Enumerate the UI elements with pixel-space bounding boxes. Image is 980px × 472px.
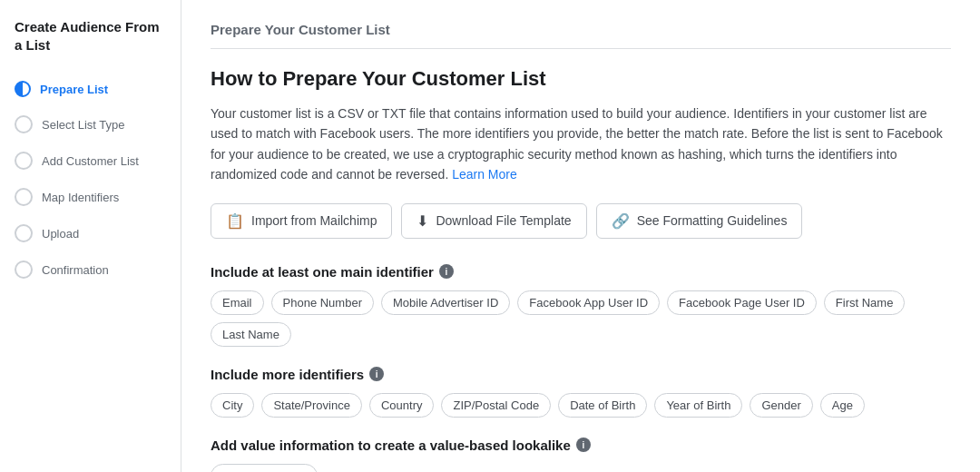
sidebar-item-upload[interactable]: Upload (0, 215, 181, 251)
main-identifiers-section: Include at least one main identifier i E… (211, 264, 951, 347)
tag-last-name: Last Name (211, 322, 291, 347)
sidebar-item-add-customer-list[interactable]: Add Customer List (0, 143, 181, 179)
sidebar-item-map-identifiers[interactable]: Map Identifiers (0, 179, 181, 215)
more-identifiers-heading-text: Include more identifiers (211, 367, 364, 382)
sidebar-title: Create Audience From a List (0, 18, 181, 72)
value-info-tags: Customer Value (211, 464, 951, 472)
main-identifiers-heading-text: Include at least one main identifier (211, 264, 434, 280)
more-identifiers-heading: Include more identifiers i (211, 367, 951, 382)
sidebar-item-label: Add Customer List (42, 154, 139, 168)
formatting-guidelines-label: See Formatting Guidelines (637, 213, 788, 228)
step-circle-2 (15, 115, 33, 133)
main-content: Prepare Your Customer List How to Prepar… (181, 0, 980, 472)
tag-gender: Gender (750, 393, 812, 418)
sidebar-item-prepare-list[interactable]: Prepare List (0, 72, 181, 106)
tag-customer-value: Customer Value (211, 464, 318, 472)
link-icon: 🔗 (612, 212, 630, 230)
download-template-button[interactable]: ⬇ Download File Template (401, 203, 586, 239)
tag-country: Country (369, 393, 435, 418)
more-identifiers-section: Include more identifiers i City State/Pr… (211, 367, 951, 418)
formatting-guidelines-button[interactable]: 🔗 See Formatting Guidelines (596, 203, 803, 239)
import-mailchimp-label: Import from Mailchimp (251, 213, 377, 228)
tag-city: City (211, 393, 254, 418)
more-identifiers-info-icon[interactable]: i (369, 367, 384, 381)
tag-phone-number: Phone Number (271, 290, 374, 315)
sidebar-item-select-list-type[interactable]: Select List Type (0, 106, 181, 143)
page-title: Prepare Your Customer List (211, 22, 951, 49)
import-mailchimp-button[interactable]: 📋 Import from Mailchimp (211, 203, 392, 239)
section-title: How to Prepare Your Customer List (211, 67, 951, 91)
value-info-section: Add value information to create a value-… (211, 438, 951, 472)
download-template-label: Download File Template (436, 213, 571, 228)
action-buttons-row: 📋 Import from Mailchimp ⬇ Download File … (211, 203, 951, 239)
value-info-heading: Add value information to create a value-… (211, 438, 951, 453)
description-text: Your customer list is a CSV or TXT file … (211, 106, 943, 182)
value-info-heading-text: Add value information to create a value-… (211, 438, 571, 453)
tag-state-province: State/Province (261, 393, 362, 418)
step-circle-6 (15, 261, 33, 279)
sidebar-item-label: Map Identifiers (42, 191, 119, 204)
learn-more-link[interactable]: Learn More (452, 167, 517, 182)
value-info-icon[interactable]: i (576, 438, 591, 452)
main-identifiers-heading: Include at least one main identifier i (211, 264, 951, 280)
sidebar: Create Audience From a List Prepare List… (0, 0, 181, 472)
tag-mobile-advertiser-id: Mobile Advertiser ID (381, 290, 510, 315)
tag-zip-postal-code: ZIP/Postal Code (441, 393, 551, 418)
tag-facebook-page-user-id: Facebook Page User ID (667, 290, 817, 315)
sidebar-item-label: Confirmation (42, 263, 109, 277)
step-circle-4 (15, 188, 33, 206)
main-identifiers-info-icon[interactable]: i (439, 264, 454, 279)
more-identifiers-tags: City State/Province Country ZIP/Postal C… (211, 393, 951, 418)
tag-year-of-birth: Year of Birth (654, 393, 742, 418)
tag-date-of-birth: Date of Birth (558, 393, 647, 418)
tag-email: Email (211, 290, 264, 315)
step-circle-3 (15, 152, 33, 170)
prepare-list-icon (15, 81, 31, 97)
sidebar-item-label: Select List Type (42, 118, 125, 132)
tag-facebook-app-user-id: Facebook App User ID (517, 290, 660, 315)
tag-first-name: First Name (824, 290, 906, 315)
step-circle-5 (15, 224, 33, 242)
sidebar-item-label: Prepare List (40, 83, 108, 96)
mailchimp-icon: 📋 (226, 212, 244, 230)
download-icon: ⬇ (416, 212, 428, 230)
sidebar-item-label: Upload (42, 227, 79, 241)
sidebar-item-confirmation[interactable]: Confirmation (0, 251, 181, 288)
description: Your customer list is a CSV or TXT file … (211, 103, 951, 185)
main-identifiers-tags: Email Phone Number Mobile Advertiser ID … (211, 290, 951, 347)
tag-age: Age (820, 393, 865, 418)
